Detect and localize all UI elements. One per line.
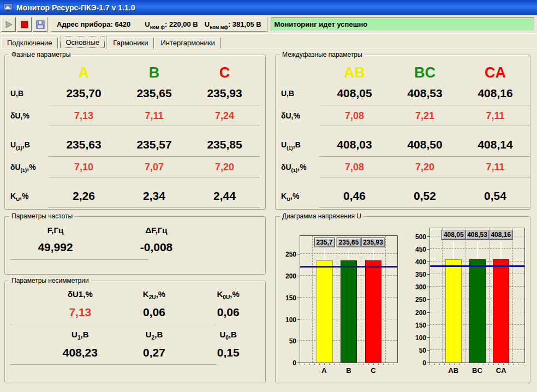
phase-col-c: C (189, 62, 260, 84)
x-label-bc: BC (472, 366, 482, 375)
x-label-a: A (321, 366, 326, 375)
value-callout-line (348, 250, 349, 260)
gridline-vertical (385, 236, 386, 363)
chart-plot-row: 050100150200250235,7235,65235,93 (281, 235, 398, 363)
bar-ca (493, 259, 509, 363)
status-panel: Мониторинг идет успешно (271, 17, 534, 31)
param-value-c: 235,93 (189, 84, 260, 103)
interphase-params-panel: Междуфазные параметры ABBCCAU,В408,05408… (275, 55, 530, 210)
tab-basic[interactable]: Основные (58, 35, 106, 50)
asym-labels-row-1: U1,ВU2,ВU0,В (43, 327, 265, 342)
x-label-ca: CA (496, 366, 506, 375)
param-label: δU(1),% (280, 163, 319, 171)
param-value-ab: 0,46 (319, 186, 390, 206)
bar-value-label: 408,53 (465, 230, 490, 240)
interphase-col-ab: AB (319, 62, 390, 84)
param-value-c: 235,85 (189, 135, 260, 155)
bar-value-label: 408,05 (441, 230, 466, 240)
row-gap (9, 180, 260, 186)
param-value-bc: 408,53 (390, 84, 460, 103)
gridline-vertical (489, 228, 490, 363)
asym-label: U2,В (117, 327, 192, 342)
param-label: U,В (280, 89, 319, 98)
y-tick-label: 150 (281, 294, 296, 302)
save-button[interactable] (33, 17, 47, 32)
y-tick-label: 50 (281, 337, 296, 345)
freq-label-1: ΔF,Гц (106, 223, 207, 237)
param-label: U(1),В (9, 140, 49, 149)
param-label: U,В (9, 89, 49, 98)
asym-label: U1,В (43, 327, 117, 342)
row-gap (9, 128, 260, 135)
param-value-a: 235,70 (49, 84, 119, 103)
param-label: U(1),В (280, 140, 319, 149)
phase-params-caption: Фазные параметры (9, 51, 73, 58)
gridline-vertical (466, 228, 466, 363)
bar-value-label: 235,93 (361, 237, 385, 247)
voltage-chart-interphase: 050100150200250300350400450500408,05408,… (411, 228, 525, 376)
param-value-b: 7,07 (119, 159, 189, 175)
phase-col-a: A (49, 62, 119, 84)
stop-icon (20, 20, 29, 29)
frequency-params-panel: Параметры частоты F,ГцΔF,Гц49,992-0,008 (4, 216, 266, 275)
interphase-col-ca: CA (460, 62, 530, 84)
separator-line (49, 176, 260, 177)
param-value-ca: 7,11 (460, 159, 530, 175)
asym-value: 0,27 (117, 342, 192, 363)
param-value-bc: 0,52 (390, 186, 460, 206)
value-callout-line (373, 250, 374, 260)
gridline-vertical (512, 228, 513, 363)
separator-line (49, 156, 260, 157)
y-tick-label: 300 (411, 283, 426, 291)
start-monitoring-button[interactable] (1, 17, 16, 32)
tab-harmonics[interactable]: Гармоники (107, 37, 154, 49)
frequency-labels-row: F,ГцΔF,Гц (5, 223, 265, 237)
x-label-c: C (371, 366, 375, 375)
y-tick-label: 50 (411, 347, 426, 354)
separator-line (49, 125, 260, 126)
asym-value: 408,23 (43, 342, 117, 363)
play-icon (4, 20, 14, 29)
voltage-diagram-panel: Диаграмма напряжения U 05010015020025023… (275, 216, 530, 383)
param-label: δU(1),% (9, 163, 49, 171)
tab-strip: ПодключениеОсновныеГармоникиИнтергармони… (0, 34, 537, 49)
device-address-value: 6420 (115, 20, 130, 28)
param-value-a: 2,26 (49, 186, 119, 206)
asym-label: K2U,% (117, 287, 192, 302)
param-value-ab: 408,03 (319, 135, 390, 155)
tab-basic-label: Основные (65, 38, 99, 46)
phase-params-panel: Фазные параметры ABCU,В235,70235,65235,9… (4, 55, 266, 210)
separator-line (49, 104, 260, 105)
asym-values-row-1: 408,230,270,15 (43, 342, 265, 363)
param-value-ca: 0,54 (460, 186, 530, 206)
y-tick-label: 250 (411, 296, 426, 304)
voltage-diagram-caption: Диаграмма напряжения U (280, 212, 363, 220)
bar-bc (469, 259, 486, 363)
y-tick-label: 100 (411, 334, 426, 342)
toolbar: Адрес прибора: 6420 Uном ф: 220,00 В Uно… (0, 15, 537, 34)
interphase-table: ABBCCAU,В408,05408,53408,16δU,%7,087,217… (276, 55, 530, 210)
tab-connection[interactable]: Подключение (1, 37, 58, 49)
param-label: KU,% (280, 192, 319, 200)
param-label: δU,% (9, 111, 49, 120)
gridline-vertical (312, 236, 313, 363)
y-tick-label: 100 (281, 316, 296, 324)
asym-label: δU1,% (43, 287, 117, 302)
title-bar: Монитор Ресурс-ПКЭ-1.7 v 1.1.0 (0, 0, 537, 15)
stop-monitoring-button[interactable] (17, 17, 32, 32)
asymmetry-params-body: δU1,%K2U,%K0U,%7,130,060,06U1,ВU2,ВU0,В4… (5, 281, 265, 365)
frequency-params-caption: Параметры частоты (9, 212, 75, 220)
save-icon (35, 20, 45, 29)
device-address-label: Адрес прибора: (57, 20, 113, 28)
separator-line (49, 207, 260, 208)
app-icon (3, 3, 13, 12)
separator-line (319, 156, 530, 157)
param-value-a: 235,63 (49, 135, 119, 155)
bar-ab (445, 259, 462, 363)
x-axis-labels: ABBCCA (429, 365, 525, 376)
param-value-bc: 7,21 (390, 108, 460, 124)
tab-interharmonics[interactable]: Интергармоники (154, 37, 220, 49)
y-tick-label: 200 (411, 309, 426, 317)
separator-line (10, 259, 148, 260)
asym-value: 7,13 (43, 302, 117, 323)
